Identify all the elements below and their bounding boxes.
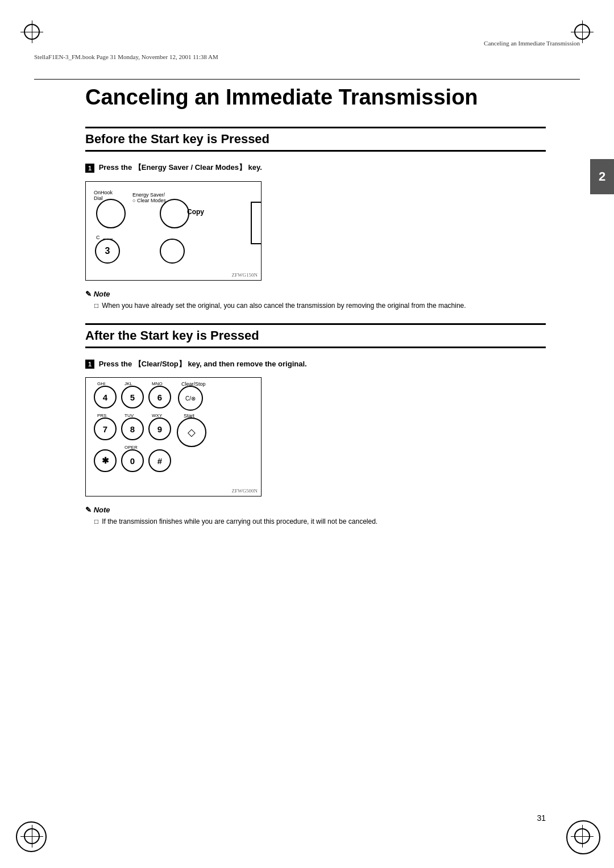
step1-text: Press the 【Energy Saver / Clear Modes】 k… xyxy=(99,163,262,172)
note-section2: ✎ Note □ If the transmission finishes wh… xyxy=(85,506,546,527)
step2-text: Press the 【Clear/Stop】 key, and then rem… xyxy=(99,360,307,368)
note1-content: When you have already set the original, … xyxy=(102,301,466,311)
key-star: ✱ xyxy=(94,449,117,472)
key-0: 0 xyxy=(121,449,144,472)
section2-heading: After the Start key is Pressed xyxy=(85,323,546,348)
key-6: 6 xyxy=(148,386,171,408)
note1-checkbox: □ xyxy=(94,301,98,311)
diagram1-energy-saver: OnHookDial Energy Saver/○ Clear Modes Co… xyxy=(85,181,262,281)
energy-saver-key xyxy=(160,199,189,228)
section-after-start: After the Start key is Pressed 1 Press t… xyxy=(85,323,546,527)
note1-title: ✎ Note xyxy=(85,290,546,298)
start-key: ◇ xyxy=(177,418,206,447)
diagram2-keypad: GHI 4 JKL 5 MNO 6 Clear/Stop C/⊗ PRS 7 T… xyxy=(85,377,262,496)
note2-text: □ If the transmission finishes while you… xyxy=(85,516,546,527)
copy-tab xyxy=(251,202,261,244)
section2-step1: 1 Press the 【Clear/Stop】 key, and then r… xyxy=(85,358,546,370)
key-9: 9 xyxy=(148,418,171,440)
energy-saver-label: Energy Saver/○ Clear Modes xyxy=(132,192,166,205)
key-8: 8 xyxy=(121,418,144,440)
key-5: 5 xyxy=(121,386,144,408)
step1-num: 1 xyxy=(85,164,94,173)
header-meta: StellaF1EN-3_FM.book Page 31 Monday, Nov… xyxy=(34,53,218,60)
chapter-tab: 2 xyxy=(590,159,614,194)
key-7: 7 xyxy=(94,418,117,440)
page-number: 31 xyxy=(537,813,546,823)
header-chapter-title: Canceling an Immediate Transmission xyxy=(484,40,580,47)
key-hash: # xyxy=(148,449,171,472)
chapter-tab-number: 2 xyxy=(599,169,605,183)
onhook-dial-key xyxy=(96,199,126,228)
step2-num: 1 xyxy=(85,360,94,369)
page-title: Canceling an Immediate Transmission xyxy=(85,85,546,110)
copy-label: Copy xyxy=(187,208,204,216)
main-content: Canceling an Immediate Transmission Befo… xyxy=(85,85,546,539)
copy-key xyxy=(160,239,185,264)
note-section1: ✎ Note □ When you have already set the o… xyxy=(85,290,546,311)
note2-checkbox: □ xyxy=(94,516,98,527)
clear-stop-key: C/⊗ xyxy=(178,386,203,411)
section1-step1: 1 Press the 【Energy Saver / Clear Modes】… xyxy=(85,162,546,173)
note2-title: ✎ Note xyxy=(85,506,546,514)
key-3: 3 xyxy=(95,239,120,264)
diagram2-code: ZFWG500N xyxy=(232,488,258,494)
note-pencil-icon: ✎ xyxy=(85,290,92,298)
note1-text: □ When you have already set the original… xyxy=(85,301,546,311)
page-header: StellaF1EN-3_FM.book Page 31 Monday, Nov… xyxy=(34,34,580,80)
deco-circle-br xyxy=(566,820,600,854)
section-before-start: Before the Start key is Pressed 1 Press … xyxy=(85,127,546,311)
note2-content: If the transmission finishes while you a… xyxy=(102,516,377,527)
diagram1-code: ZFWG150N xyxy=(232,272,258,278)
key-4: 4 xyxy=(94,386,117,408)
deco-circle-bl xyxy=(16,821,47,852)
c-label: C xyxy=(96,235,100,240)
section1-heading: Before the Start key is Pressed xyxy=(85,127,546,152)
onhook-label: OnHookDial xyxy=(94,190,113,202)
note2-pencil-icon: ✎ xyxy=(85,506,92,514)
